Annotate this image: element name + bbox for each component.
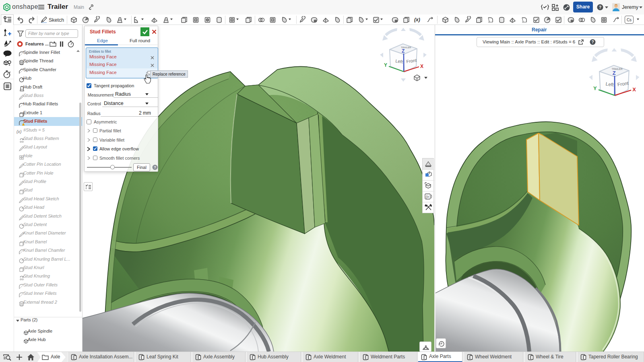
svg-text:Z: Z bbox=[613, 70, 616, 76]
svg-text:Z: Z bbox=[402, 48, 405, 54]
svg-text:Y: Y bbox=[593, 85, 597, 91]
svg-text:Left: Left bbox=[605, 81, 614, 88]
svg-text:(x: (x bbox=[426, 195, 429, 199]
svg-text:Y: Y bbox=[384, 62, 387, 68]
svg-text:?: ? bbox=[591, 40, 594, 44]
svg-text:?: ? bbox=[154, 165, 156, 169]
svg-text:?: ? bbox=[599, 5, 601, 10]
svg-text:Left: Left bbox=[395, 58, 403, 64]
svg-text:X: X bbox=[420, 64, 423, 69]
svg-text:X: X bbox=[632, 86, 636, 93]
